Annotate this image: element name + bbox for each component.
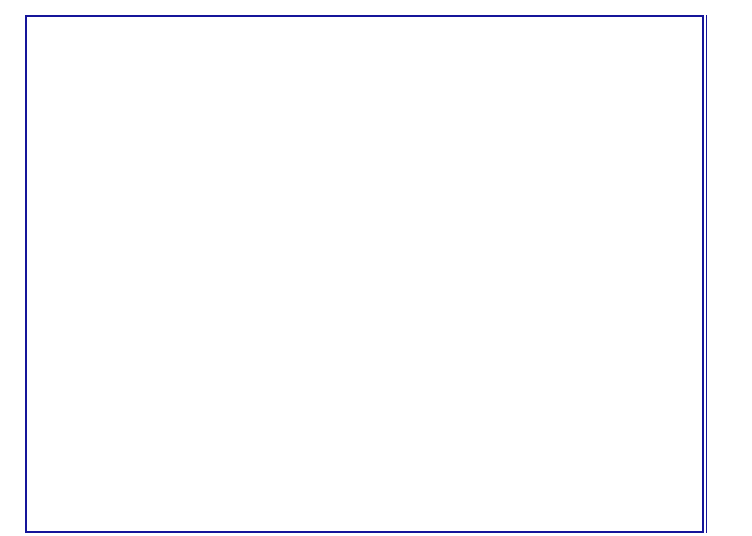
plot-outer-border-line <box>706 15 707 533</box>
radargram-window <box>0 0 752 536</box>
plot-frame <box>25 15 704 533</box>
radargram-plot[interactable] <box>27 17 702 531</box>
